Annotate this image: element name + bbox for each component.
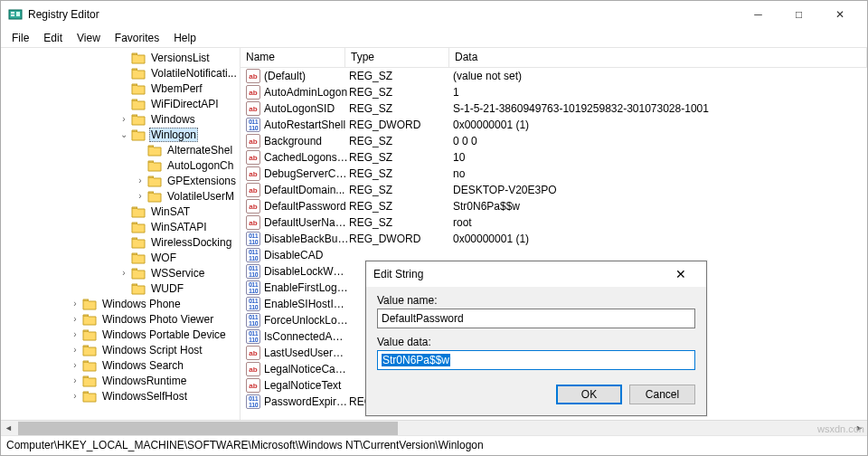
expand-icon[interactable]: › <box>70 299 80 309</box>
list-row[interactable]: abDefaultUserNameREG_SZroot <box>241 214 867 231</box>
value-data: 0 0 0 <box>453 135 867 147</box>
tree-item-label: AlternateShel <box>165 144 234 157</box>
col-data[interactable]: Data <box>449 48 867 67</box>
menu-file[interactable]: File <box>5 30 36 46</box>
folder-icon <box>147 159 162 172</box>
tree-item[interactable]: WirelessDocking <box>1 234 240 250</box>
tree-item-label: WindowsRuntime <box>100 375 188 387</box>
expand-icon[interactable]: › <box>135 191 146 201</box>
edit-string-dialog: Edit String ✕ Value name: Value data: St… <box>365 261 707 416</box>
tree-item[interactable]: WUDF <box>1 280 240 296</box>
scroll-thumb[interactable] <box>241 422 398 435</box>
value-name-input[interactable] <box>377 309 695 328</box>
minimize-button[interactable]: ─ <box>738 2 778 28</box>
value-name: AutoRestartShell <box>264 119 349 131</box>
expand-icon[interactable]: › <box>70 314 80 324</box>
value-data-input[interactable]: Str0N6Pa$$w <box>377 350 695 370</box>
menu-help[interactable]: Help <box>166 30 203 46</box>
list-row[interactable]: abDefaultDomain...REG_SZDESKTOP-V20E3PO <box>241 182 867 198</box>
tree-item[interactable]: ›WindowsRuntime <box>1 373 240 388</box>
string-value-icon: ab <box>246 378 260 393</box>
list-row[interactable]: abDebugServerCo...REG_SZno <box>241 166 867 182</box>
list-hscrollbar[interactable]: ◄ ► <box>241 420 867 435</box>
tree-item[interactable]: ›Windows Portable Device <box>1 327 240 342</box>
expand-icon[interactable]: › <box>135 176 146 185</box>
list-row[interactable]: 011110DisableBackButt...REG_DWORD0x00000… <box>241 231 867 247</box>
tree-item[interactable]: VolatileNotificati... <box>1 65 240 81</box>
list-row[interactable]: abBackgroundREG_SZ0 0 0 <box>241 133 867 149</box>
value-name-label: Value name: <box>377 294 695 307</box>
tree-item[interactable]: ›Windows Phone <box>1 296 240 311</box>
expand-icon[interactable]: › <box>70 360 80 370</box>
value-name: ForceUnlockLog... <box>264 314 349 327</box>
tree-item[interactable]: ⌄Winlogon <box>1 127 240 142</box>
folder-icon <box>131 252 146 264</box>
tree-item[interactable]: ›WSService <box>1 265 240 280</box>
tree-item[interactable]: ›Windows Search <box>1 357 240 373</box>
tree-item[interactable]: WinSAT <box>1 204 240 219</box>
menu-view[interactable]: View <box>70 30 108 46</box>
folder-icon <box>131 236 146 249</box>
menu-edit[interactable]: Edit <box>36 30 70 46</box>
folder-icon <box>82 298 97 310</box>
tree-item[interactable]: ›VolatileUserM <box>1 188 240 204</box>
dword-value-icon: 011110 <box>246 264 260 279</box>
folder-icon <box>147 175 162 187</box>
tree-item-label: WSService <box>149 267 206 280</box>
tree-item[interactable]: WinSATAPI <box>1 219 240 234</box>
col-name[interactable]: Name <box>241 48 345 67</box>
folder-icon <box>131 267 146 280</box>
dword-value-icon: 011110 <box>246 329 260 344</box>
value-name: (Default) <box>264 70 349 82</box>
tree-item-label: Windows Search <box>100 359 185 372</box>
expand-icon[interactable]: › <box>70 391 80 401</box>
folder-icon <box>131 221 146 233</box>
value-name: DisableLockWor... <box>264 265 349 278</box>
tree-pane[interactable]: VersionsListVolatileNotificati...WbemPer… <box>1 48 241 435</box>
cancel-button[interactable]: Cancel <box>629 385 695 404</box>
menu-favorites[interactable]: Favorites <box>108 30 166 46</box>
tree-item[interactable]: WbemPerf <box>1 81 240 96</box>
value-data: DESKTOP-V20E3PO <box>453 184 867 196</box>
list-row[interactable]: 011110AutoRestartShellREG_DWORD0x0000000… <box>241 117 867 133</box>
list-row[interactable]: abDefaultPasswordREG_SZStr0N6Pa$$w <box>241 198 867 214</box>
close-button[interactable]: ✕ <box>819 2 860 28</box>
maximize-button[interactable]: □ <box>778 2 819 28</box>
expand-icon[interactable]: ⌄ <box>118 129 129 139</box>
tree-item[interactable]: ›WindowsSelfHost <box>1 388 240 404</box>
expand-icon[interactable]: › <box>70 329 80 339</box>
dialog-buttons: OK Cancel <box>366 375 706 415</box>
tree-item[interactable]: WiFiDirectAPI <box>1 96 240 111</box>
tree-item[interactable]: VersionsList <box>1 50 240 65</box>
string-value-icon: ab <box>246 346 260 360</box>
tree-item[interactable]: ›Windows Photo Viewer <box>1 311 240 327</box>
tree-item[interactable]: WOF <box>1 250 240 265</box>
list-row[interactable]: ab(Default)REG_SZ(value not set) <box>241 68 867 84</box>
value-name: DebugServerCo... <box>264 167 349 180</box>
list-row[interactable]: abAutoAdminLogonREG_SZ1 <box>241 84 867 100</box>
ok-button[interactable]: OK <box>556 385 622 404</box>
tree-item[interactable]: ›GPExtensions <box>1 173 240 188</box>
expand-icon[interactable]: › <box>118 268 129 278</box>
folder-icon <box>82 390 97 403</box>
expand-icon[interactable]: › <box>70 345 80 355</box>
tree-item[interactable]: AlternateShel <box>1 142 240 157</box>
value-name: EnableSIHostInt... <box>264 298 349 310</box>
expand-icon[interactable]: › <box>70 375 80 385</box>
dword-value-icon: 011110 <box>246 394 260 409</box>
dword-value-icon: 011110 <box>246 280 260 295</box>
dialog-close-button[interactable]: ✕ <box>663 262 699 286</box>
expand-icon[interactable]: › <box>118 114 129 124</box>
registry-tree[interactable]: VersionsListVolatileNotificati...WbemPer… <box>1 48 240 435</box>
tree-item[interactable]: ›Windows <box>1 111 240 127</box>
tree-item-label: WinSAT <box>149 205 192 218</box>
tree-item-label: Windows Script Host <box>100 344 204 356</box>
tree-item[interactable]: AutoLogonCh <box>1 157 240 173</box>
tree-item-label: WinSATAPI <box>149 221 209 233</box>
tree-item[interactable]: ›Windows Script Host <box>1 342 240 357</box>
list-row[interactable]: abCachedLogonsC...REG_SZ10 <box>241 149 867 166</box>
col-type[interactable]: Type <box>345 48 449 67</box>
app-icon <box>8 7 23 22</box>
svg-rect-1 <box>11 12 14 14</box>
list-row[interactable]: abAutoLogonSIDREG_SZS-1-5-21-3860949763-… <box>241 100 867 117</box>
